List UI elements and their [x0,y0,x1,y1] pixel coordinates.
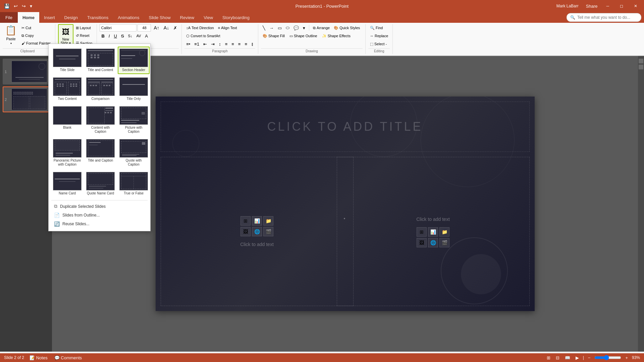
decrease-font-btn[interactable]: A↓ [162,24,171,32]
layout-item-true-false[interactable]: True or False [118,170,150,197]
undo-button[interactable]: ↩ [12,3,19,9]
align-center-btn[interactable]: ≡ [230,40,236,48]
right-picture-btn[interactable]: 🖼 [417,238,427,247]
layout-item-content-caption[interactable]: Content with Caption [85,104,116,136]
tab-design[interactable]: Design [60,12,83,23]
left-online-btn[interactable]: 🌐 [252,227,262,236]
indent-more-btn[interactable]: ⇥ [209,40,216,48]
italic-button[interactable]: I [107,32,112,40]
align-right-btn[interactable]: ≡ [236,40,243,48]
left-content-area[interactable]: ⊞ 📊 📁 🖼 🌐 🎬 Click to add text [161,157,354,306]
replace-button[interactable]: ↔ Replace [368,32,390,40]
shape-oval-btn[interactable]: ⬭ [284,24,291,32]
comments-button[interactable]: 💬 Comments [53,355,83,361]
copy-button[interactable]: ⧉ Copy [20,32,52,39]
layout-item-panoramic[interactable]: Panoramic Picture with Caption [51,137,83,169]
left-chart-btn[interactable]: 📊 [252,216,262,226]
shadow-button[interactable]: S↓ [126,32,134,40]
layout-item-blank[interactable]: Blank [51,104,83,136]
convert-smartart-button[interactable]: ⬡ Convert to SmartArt [184,32,222,40]
right-content-area[interactable]: • Click to add text ⊞ 📊 📁 🖼 🌐 🎬 [337,157,530,306]
layout-item-title-only[interactable]: Title Only [118,75,150,103]
slide-sorter-btn[interactable]: ⊟ [554,355,561,361]
zoom-slider[interactable] [594,355,621,360]
zoom-in-btn[interactable]: + [624,355,629,361]
normal-view-btn[interactable]: ⊞ [545,355,552,361]
left-picture-btn[interactable]: 🖼 [240,227,251,236]
tab-insert[interactable]: Insert [39,12,60,23]
layout-item-quote-name[interactable]: Quote Name Card [85,170,116,197]
tab-view[interactable]: View [199,12,218,23]
col-btn[interactable]: ⫿ [250,40,255,48]
minimize-button[interactable]: ─ [602,0,613,12]
right-chart-btn[interactable]: 📊 [428,227,438,237]
layout-item-title-caption[interactable]: Title and Caption [85,137,116,169]
slide-thumb-2[interactable]: 2 [3,86,49,112]
shape-fill-button[interactable]: 🎨 Shape Fill [261,32,286,40]
quick-styles-button[interactable]: 🎨 Quick Styles [332,24,362,32]
underline-button[interactable]: U [112,32,118,40]
slide-canvas[interactable]: CLICK TO ADD TITLE ⊞ 📊 📁 🖼 🌐 🎬 Click to … [156,97,535,311]
layout-item-comparison[interactable]: Comparison [85,75,116,103]
left-smartart-btn[interactable]: 📁 [263,216,273,226]
left-table-btn[interactable]: ⊞ [240,216,251,226]
slide-thumb-1[interactable]: 1 [3,59,49,84]
layout-item-section-header[interactable]: Section Header [118,47,150,74]
shape-more-btn[interactable]: ▾ [301,24,307,32]
reading-view-btn[interactable]: 📖 [564,355,572,361]
zoom-out-btn[interactable]: − [587,355,592,361]
tab-file[interactable]: File [0,12,18,23]
left-video-btn[interactable]: 🎬 [263,227,273,236]
font-name-input[interactable] [100,24,137,32]
layout-item-name-card[interactable]: Name Card [51,170,83,197]
tab-transitions[interactable]: Transitions [83,12,113,23]
tab-review[interactable]: Review [175,12,199,23]
paste-button[interactable]: 📋 Paste ▾ [3,24,19,46]
justify-btn[interactable]: ≡ [243,40,249,48]
align-text-button[interactable]: ≡ Align Text [216,24,239,32]
shape-arrow-btn[interactable]: → [268,24,275,32]
shape-callout-btn[interactable]: 💬 [292,24,301,32]
text-direction-button[interactable]: ↕A Text Direction [184,24,215,32]
customize-qat-button[interactable]: ▾ [29,3,34,9]
align-left-btn[interactable]: ≡ [223,40,229,48]
close-button[interactable]: ✕ [630,0,641,12]
tab-slideshow[interactable]: Slide Show [144,12,175,23]
reset-button[interactable]: ↺ Reset [74,32,94,39]
layout-button[interactable]: ⊞ Layout [74,24,94,32]
select-button[interactable]: ⬚ Select - [368,40,388,48]
indent-less-btn[interactable]: ⇤ [202,40,209,48]
list-bullet-btn[interactable]: ≡• [184,40,192,48]
strikethrough-button[interactable]: S [119,32,126,40]
layout-item-two-content[interactable]: Two Content [51,75,83,103]
duplicate-slides-item[interactable]: ⧉ Duplicate Selected Slides [51,202,148,211]
slides-from-outline-item[interactable]: 📄 Slides from Outline... [51,211,148,220]
layout-item-title-slide[interactable]: Title Slide [51,47,83,74]
font-color-button[interactable]: A [143,32,150,40]
find-button[interactable]: 🔍 Find [368,24,384,32]
share-button[interactable]: Share [584,3,600,9]
restore-button[interactable]: ◻ [616,0,627,12]
tab-storyboarding[interactable]: Storyboarding [218,12,254,23]
clear-format-btn[interactable]: ✗ [172,24,179,32]
right-online-btn[interactable]: 🌐 [428,238,438,247]
list-number-btn[interactable]: ≡1 [193,40,201,48]
right-smartart-btn[interactable]: 📁 [439,227,449,237]
right-table-btn[interactable]: ⊞ [417,227,427,237]
notes-button[interactable]: 📝 Notes [28,355,49,361]
layout-item-picture-caption[interactable]: Picture with Caption [118,104,150,136]
layout-item-title-content[interactable]: Title and Content [85,47,116,74]
bold-button[interactable]: B [100,32,106,40]
shape-line-btn[interactable]: ╲ [261,24,267,32]
tab-animations[interactable]: Animations [113,12,144,23]
save-button[interactable]: 💾 [3,3,11,9]
title-placeholder-area[interactable]: CLICK TO ADD TITLE [161,102,530,152]
shape-outline-button[interactable]: ▭ Shape Outline [288,32,319,40]
format-painter-button[interactable]: 🖌 Format Painter [20,40,52,47]
layout-item-quote-caption[interactable]: Quote with Caption [118,137,150,169]
tell-me-search[interactable]: 🔍 [567,13,641,22]
line-spacing-btn[interactable]: ↕ [217,40,223,48]
reuse-slides-item[interactable]: 🔄 Reuse Slides... [51,220,148,228]
right-panel-btn-1[interactable] [639,59,643,63]
font-size-input[interactable] [138,24,151,32]
